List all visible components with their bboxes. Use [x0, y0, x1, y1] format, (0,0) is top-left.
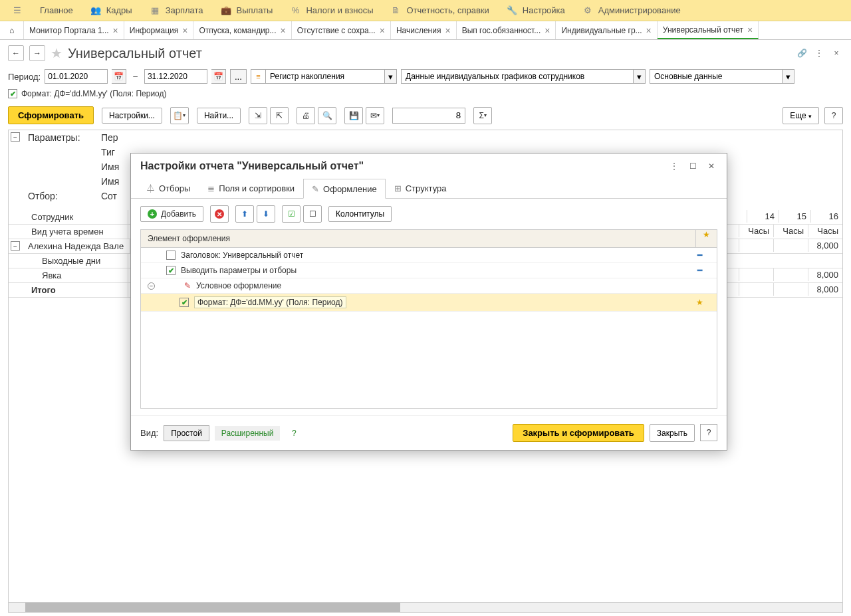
tab-2[interactable]: Отпуска, командир...×: [193, 21, 291, 39]
num-input[interactable]: [392, 108, 465, 124]
add-button[interactable]: +Добавить: [140, 206, 203, 222]
checkbox-checked[interactable]: ✔: [180, 298, 189, 307]
modal-close-icon[interactable]: ✕: [705, 160, 717, 172]
grid-row-format-selected[interactable]: ✔ Формат: ДФ='dd.MM.yy' (Поля: Период) ★: [141, 294, 717, 312]
nav-forward-button[interactable]: →: [29, 45, 45, 61]
minus-icon[interactable]: ━: [697, 266, 702, 275]
combo-register-dropdown[interactable]: ▾: [385, 69, 397, 84]
date-from-cal-button[interactable]: 📅: [112, 69, 126, 84]
menu-kadry[interactable]: 👥Кадры: [82, 3, 140, 19]
view-advanced-button[interactable]: Расширенный: [215, 426, 281, 441]
tab-5[interactable]: Вып гос.обязанност...×: [457, 21, 556, 39]
tab-6[interactable]: Индивидуальные гр...×: [556, 21, 657, 39]
tab-1[interactable]: Информация×: [124, 21, 194, 39]
close-icon[interactable]: ×: [445, 25, 450, 36]
menu-main[interactable]: Главное: [32, 3, 81, 18]
view-simple-button[interactable]: Простой: [164, 425, 209, 441]
percent-icon: %: [290, 5, 301, 16]
tree-collapse-icon[interactable]: −: [148, 282, 155, 290]
modal-kebab-icon[interactable]: ⋮: [668, 160, 680, 172]
uncheck-all-button[interactable]: ☐: [303, 205, 322, 223]
close-page-icon[interactable]: ×: [830, 47, 843, 60]
checkbox-checked[interactable]: ✔: [166, 266, 176, 275]
print-button[interactable]: 🖨: [297, 107, 315, 124]
menu-nalogi[interactable]: %Налоги и взносы: [282, 3, 381, 19]
format-checkbox[interactable]: ✔: [8, 89, 17, 98]
modal-tab-filters[interactable]: ⏃Отборы: [138, 179, 199, 198]
nav-back-button[interactable]: ←: [8, 45, 24, 61]
check-all-button[interactable]: ☑: [282, 205, 301, 223]
more-button[interactable]: Еще ▾: [783, 107, 819, 124]
collapse-button[interactable]: ⇱: [270, 107, 289, 124]
link-icon[interactable]: 🔗: [795, 47, 808, 60]
form-button[interactable]: Сформировать: [8, 106, 94, 124]
find-button[interactable]: Найти...: [197, 108, 241, 124]
preview-button[interactable]: 🔍: [318, 107, 336, 124]
close-icon[interactable]: ×: [380, 25, 385, 36]
close-button[interactable]: Закрыть: [650, 424, 695, 442]
save-button[interactable]: 💾: [344, 107, 363, 124]
settings-button[interactable]: Настройки...: [102, 108, 162, 124]
checkbox-unchecked[interactable]: [166, 251, 176, 260]
modal-tab-fields[interactable]: ≣Поля и сортировки: [199, 179, 303, 198]
period-ellipsis-button[interactable]: ...: [230, 69, 247, 84]
grid-row-params[interactable]: ✔ Выводить параметры и отборы ━: [141, 263, 717, 278]
horizontal-scrollbar[interactable]: [8, 602, 843, 613]
delete-icon: ✕: [215, 209, 224, 219]
modal-tab-design[interactable]: ✎Оформление: [303, 179, 386, 199]
combo-register-input[interactable]: [265, 69, 385, 84]
menu-vyplaty[interactable]: 💼Выплаты: [213, 3, 281, 19]
help-icon[interactable]: ?: [285, 425, 303, 442]
close-icon[interactable]: ×: [182, 25, 187, 36]
date-from-input[interactable]: [45, 69, 108, 84]
modal-maximize-icon[interactable]: ☐: [687, 160, 699, 172]
grid-header-star[interactable]: ★: [695, 230, 717, 247]
minus-icon[interactable]: ━: [697, 251, 702, 260]
tab-7-active[interactable]: Универсальный отчет×: [658, 21, 759, 39]
date-to-input[interactable]: [144, 69, 207, 84]
tree-toggle[interactable]: −: [11, 132, 20, 142]
home-tab[interactable]: ⌂: [0, 21, 24, 39]
combo-main-input[interactable]: [650, 69, 783, 84]
date-to-cal-button[interactable]: 📅: [211, 69, 226, 84]
close-and-form-button[interactable]: Закрыть и сформировать: [513, 424, 644, 442]
combo-data-input[interactable]: [401, 69, 634, 84]
tab-4[interactable]: Начисления×: [391, 21, 457, 39]
combo-main-dropdown[interactable]: ▾: [783, 69, 794, 84]
grid-row-header[interactable]: Заголовок: Универсальный отчет ━: [141, 248, 717, 263]
star-icon[interactable]: ★: [696, 298, 703, 307]
tree-toggle-row[interactable]: −: [11, 241, 20, 251]
close-icon[interactable]: ×: [281, 25, 286, 36]
menu-burger[interactable]: ☰: [4, 3, 31, 19]
combo-data-dropdown[interactable]: ▾: [634, 69, 646, 84]
email-button[interactable]: ✉▾: [366, 107, 384, 124]
kebab-icon[interactable]: ⋮: [812, 47, 826, 60]
favorite-star-icon[interactable]: ★: [51, 45, 62, 61]
help-button[interactable]: ?: [824, 107, 843, 124]
grid-row-conditional[interactable]: − ✎ Условное оформление: [141, 278, 717, 294]
menu-zarplata[interactable]: ▦Зарплата: [142, 3, 211, 19]
tab-3[interactable]: Отсутствие с сохра...×: [292, 21, 391, 39]
combo-main: ▾: [650, 69, 794, 84]
modal-title: Настройки отчета "Универсальный отчет": [140, 160, 364, 172]
row-sub1: Выходные дни: [9, 254, 128, 268]
sum-button[interactable]: Σ▾: [473, 107, 492, 124]
tab-0[interactable]: Монитор Портала 1...×: [24, 21, 124, 39]
home-icon: ⌂: [9, 26, 14, 35]
menu-otchet[interactable]: 🗎Отчетность, справки: [383, 3, 497, 19]
menu-admin[interactable]: ⚙Администрирование: [574, 3, 689, 19]
move-up-button[interactable]: ⬆: [235, 205, 254, 223]
expand-button[interactable]: ⇲: [249, 107, 267, 124]
people-icon: 👥: [90, 5, 101, 16]
close-icon[interactable]: ×: [113, 25, 118, 36]
move-down-button[interactable]: ⬇: [257, 205, 275, 223]
delete-button[interactable]: ✕: [210, 205, 229, 223]
menu-nastroika[interactable]: 🔧Настройка: [499, 3, 573, 19]
close-icon[interactable]: ×: [747, 25, 753, 35]
paste-button[interactable]: 📋▾: [170, 107, 189, 124]
close-icon[interactable]: ×: [646, 25, 652, 36]
close-icon[interactable]: ×: [545, 25, 550, 36]
headers-button[interactable]: Колонтитулы: [328, 206, 392, 222]
help-button[interactable]: ?: [700, 424, 717, 441]
modal-tab-structure[interactable]: ⊞Структура: [386, 179, 455, 198]
